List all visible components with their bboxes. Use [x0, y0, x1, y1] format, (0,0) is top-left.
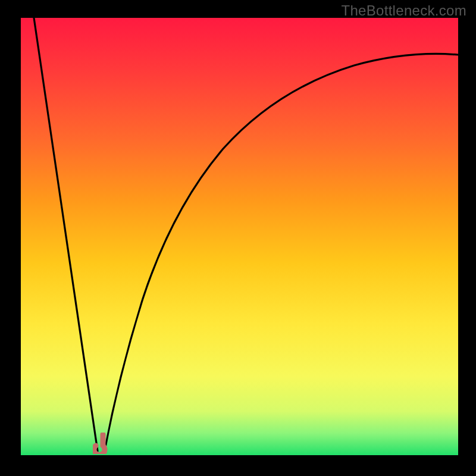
chart-curves: [21, 18, 458, 455]
curve-right-branch: [105, 54, 458, 450]
curve-left-branch: [34, 18, 98, 451]
chart-container: TheBottleneck.com: [0, 0, 476, 476]
plot-area: [21, 18, 458, 455]
watermark-text: TheBottleneck.com: [341, 2, 466, 19]
